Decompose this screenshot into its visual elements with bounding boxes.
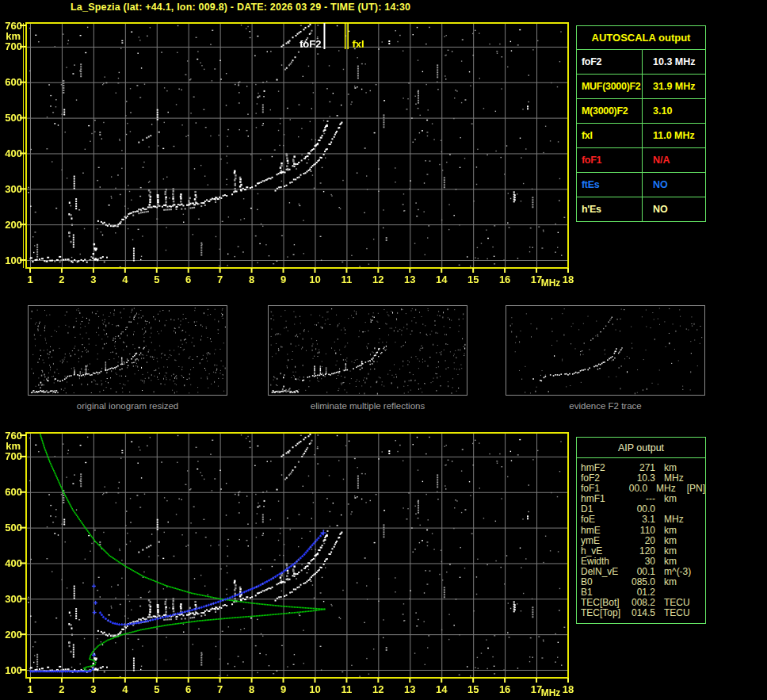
autoscala-window: La_Spezia (lat: +44.1, lon: 009.8) - DAT… [0,0,767,700]
autoscala-table-header: AUTOSCALA output [577,26,705,50]
aip-name: foF1 [581,484,622,494]
aip-row-ewidth: Ewidth30km [581,557,705,567]
aip-name: B1 [581,587,627,598]
aip-table-rows: hmF2271kmfoF210.3MHzfoF100.0MHz[PN]hmF1-… [577,458,705,618]
bottom-ionogram-canvas [0,430,590,700]
aip-value: 120 [627,546,655,557]
aip-row-tectop: TEC[Top]014.5TECU [581,608,705,618]
aip-name: hmF1 [581,494,627,504]
aip-name: h_vE [581,546,627,557]
autoscala-param-value: N/A [643,148,705,172]
aip-unit: km [664,536,697,546]
thumbnail-original-ionogram-canvas [29,306,227,395]
aip-row-yme: ymE20km [581,536,705,546]
aip-value: 30 [627,557,655,567]
aip-row-hme: hmE110km [581,526,705,536]
aip-name: ymE [581,536,627,546]
aip-name: B0 [581,577,627,587]
aip-name: hmE [581,526,627,536]
autoscala-param-value: NO [643,173,705,197]
aip-row-hve: h_vE120km [581,546,705,557]
aip-value: 014.5 [627,608,655,618]
aip-row-fof1: foF100.0MHz[PN] [581,484,705,494]
autoscala-row-ftes: ftEsNO [577,173,705,197]
thumbnail-eliminate-reflections-canvas [269,306,467,395]
aip-name: hmF2 [581,463,627,473]
aip-name: D1 [581,504,627,514]
autoscala-param-value: 10.3 MHz [643,50,705,74]
aip-name: foF2 [581,473,627,484]
aip-output-table: AIP output hmF2271kmfoF210.3MHzfoF100.0M… [576,437,706,624]
thumbnail-original-ionogram [28,305,227,396]
autoscala-table-rows: foF210.3 MHzMUF(3000)F231.9 MHzM(3000)F2… [577,50,705,221]
aip-value: 00.0 [622,484,647,494]
thumbnail-evidence-f2-trace-canvas [506,306,704,395]
thumbnail-caption-eliminate: eliminate multiple reflections [268,401,467,411]
aip-unit: MHz [664,514,697,525]
aip-name: Ewidth [581,557,627,567]
autoscala-param-value: 31.9 MHz [643,75,705,98]
aip-unit: km [664,577,697,587]
aip-value: 110 [627,526,655,536]
aip-unit: km [664,546,697,557]
autoscala-param-label: MUF(3000)F2 [577,75,643,98]
autoscala-param-label: h'Es [577,197,643,221]
autoscala-row-m3000f2: M(3000)F23.10 [577,99,705,124]
aip-name: DelN_vE [581,567,627,577]
autoscala-output-table: AUTOSCALA output foF210.3 MHzMUF(3000)F2… [576,25,706,222]
aip-unit: km [664,557,697,567]
autoscala-param-value: 3.10 [643,99,705,123]
autoscala-row-fof2: foF210.3 MHz [577,50,705,75]
autoscala-param-label: M(3000)F2 [577,99,643,123]
thumbnail-caption-original: original ionogram resized [28,401,227,411]
station-title: La_Spezia (lat: +44.1, lon: 009.8) - DAT… [71,2,410,13]
aip-unit: km [664,494,697,504]
aip-table-header: AIP output [577,438,705,458]
autoscala-param-value: 11.0 MHz [643,124,705,147]
aip-name: foE [581,514,627,525]
aip-value: 3.1 [627,514,655,525]
autoscala-param-label: foF1 [577,148,643,172]
aip-name: TEC[Bot] [581,598,627,608]
top-ionogram-canvas [0,20,590,293]
autoscala-param-label: ftEs [577,173,643,197]
thumbnail-evidence-f2-trace [506,305,705,396]
thumbnail-eliminate-reflections [268,305,467,396]
autoscala-param-label: fxI [577,124,643,147]
autoscala-row-muf3000f2: MUF(3000)F231.9 MHz [577,75,705,99]
aip-name: TEC[Top] [581,608,627,618]
autoscala-row-hes: h'EsNO [577,197,705,221]
autoscala-param-value: NO [643,197,705,221]
autoscala-row-fof1: foF1N/A [577,148,705,173]
bottom-ionogram-plot [0,430,590,700]
thumbnail-caption-evidence: evidence F2 trace [506,401,705,411]
autoscala-row-fxi: fxI11.0 MHz [577,124,705,148]
aip-extra: [PN] [687,484,705,494]
aip-value: 20 [627,536,655,546]
aip-row-foe: foE3.1MHz [581,514,705,525]
top-ionogram-plot [0,20,590,293]
autoscala-param-label: foF2 [577,50,643,74]
aip-unit: TECU [664,608,697,618]
aip-unit: km [664,526,697,536]
